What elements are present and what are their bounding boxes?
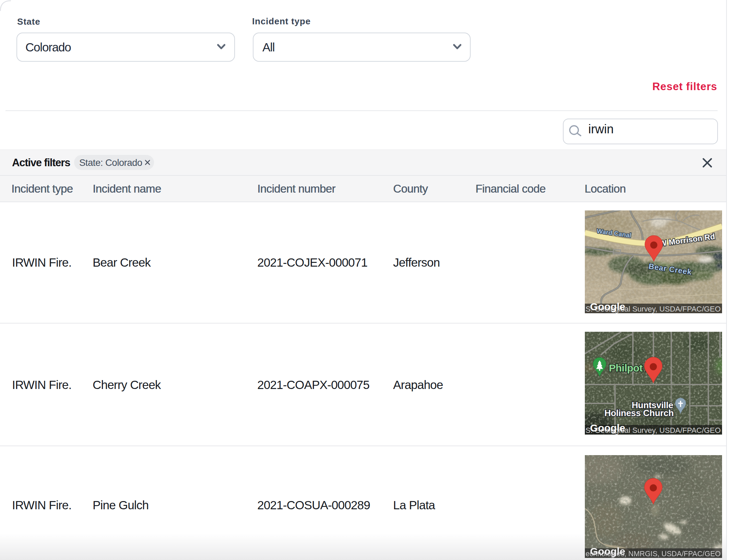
svg-text:Google: Google	[590, 301, 625, 312]
svg-text:Google: Google	[590, 422, 625, 434]
svg-text:Holiness Church: Holiness Church	[604, 408, 674, 418]
